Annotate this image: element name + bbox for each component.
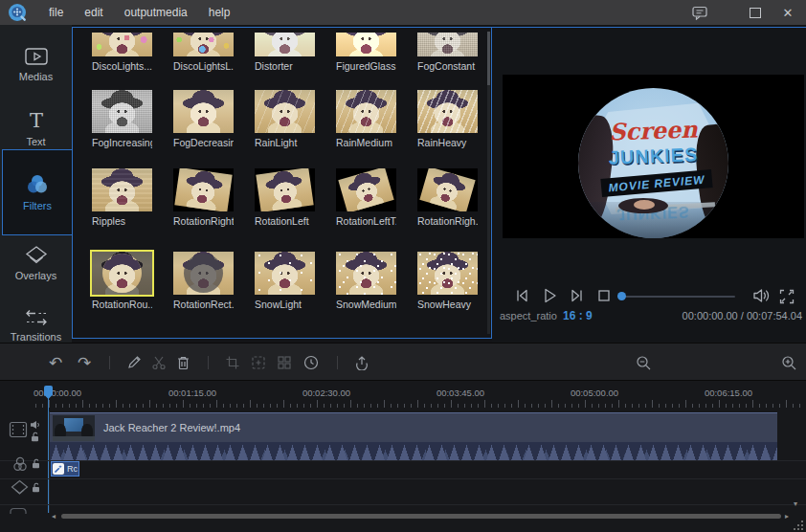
filter-item-rotationleftt[interactable]: RotationLeftT... (336, 168, 396, 227)
seek-slider[interactable] (618, 296, 735, 298)
medias-icon (0, 46, 72, 67)
filter-item-rotationrect[interactable]: RotationRect... (173, 252, 234, 310)
redo-button[interactable]: ↷ (76, 354, 93, 371)
maximize-button[interactable] (739, 0, 772, 25)
video-editor-window: file edit outputmedia help ✕ (0, 0, 806, 532)
timeline-clip-filter[interactable]: Rc (51, 461, 79, 477)
timeline-clip-video[interactable]: Jack Reacher 2 Review!.mp4 (50, 412, 777, 460)
filter-item-ripples[interactable]: Ripples (92, 168, 152, 227)
filter-clip-label: Rc (67, 464, 78, 474)
sidebar: Medias T Text Filters (0, 25, 72, 343)
filter-item-snowlight[interactable]: SnowLight (255, 252, 315, 310)
filter-item-distorter[interactable]: Distorter (255, 33, 315, 72)
window-controls: ✕ (683, 0, 806, 25)
canvas-resize-button[interactable] (250, 354, 267, 371)
toolbar: ↶ ↷ (0, 343, 806, 381)
transitions-icon (0, 308, 72, 327)
audio-waveform (50, 442, 777, 460)
undo-button[interactable]: ↶ (47, 354, 64, 371)
menu-help[interactable]: help (198, 0, 241, 25)
zoom-out-icon[interactable] (635, 354, 652, 371)
menu-outputmedia[interactable]: outputmedia (114, 0, 198, 25)
zoom-in-icon[interactable] (780, 354, 797, 371)
crop-button[interactable] (224, 354, 241, 371)
timecode: 00:00:00.00 / 00:07:54.04 (683, 310, 802, 321)
overlays-icon (0, 245, 72, 266)
filter-item-discolightsl[interactable]: DiscoLightsL... (173, 33, 234, 72)
filter-item-rotationright[interactable]: RotationRight (173, 168, 234, 227)
stop-button[interactable] (593, 284, 615, 307)
filters-panel: DiscoLights... DiscoLightsL... Distorter… (72, 27, 492, 339)
sidebar-item-medias[interactable]: Medias (0, 42, 72, 101)
resize-grip[interactable] (794, 521, 804, 531)
filter-item-fogincreasing[interactable]: FogIncreasing (92, 90, 152, 148)
close-icon: ✕ (783, 7, 794, 19)
filters-icon (3, 173, 72, 196)
text-icon: T (0, 109, 72, 132)
magic-wand-icon (53, 463, 64, 475)
play-button[interactable] (538, 284, 561, 307)
preview-panel: Screen JUNKIES MOVIE REVIEW JUNKIES (492, 27, 806, 343)
hscroll-left-icon[interactable]: ◂ (52, 513, 56, 521)
split-scissors-button[interactable] (150, 354, 168, 371)
edit-clip-button[interactable] (125, 354, 143, 371)
filter-item-figuredglass[interactable]: FiguredGlass (336, 33, 396, 72)
filter-item-rainmedium[interactable]: RainMedium (336, 90, 396, 148)
menu-file[interactable]: file (38, 0, 74, 25)
feedback-chat-icon[interactable] (683, 0, 716, 25)
previous-frame-button[interactable] (511, 284, 532, 307)
duration-clock-button[interactable] (302, 354, 320, 371)
menu-bar: file edit outputmedia help (38, 0, 240, 25)
sidebar-item-overlays[interactable]: Overlays (0, 241, 72, 300)
playback-controls (492, 284, 806, 309)
track-lock-icon-filter[interactable] (32, 458, 41, 469)
video-preview[interactable]: Screen JUNKIES MOVIE REVIEW JUNKIES (503, 75, 804, 238)
filter-item-fogconstant[interactable]: FogConstant (417, 33, 478, 72)
filter-item-rainlight[interactable]: RainLight (255, 90, 315, 148)
filters-scrollbar[interactable] (487, 32, 490, 334)
aspect-ratio-value[interactable]: 16 : 9 (563, 309, 593, 322)
titlebar: file edit outputmedia help ✕ (0, 0, 806, 26)
filter-item-rotationrigh[interactable]: RotationRigh... (417, 168, 478, 227)
filter-item-rotationround-selected[interactable]: RotationRou... (92, 252, 152, 310)
timeline: 00:00:00.00 00:01:15.00 00:02:30.00 00:0… (0, 381, 806, 532)
video-circle-filtered: Screen JUNKIES MOVIE REVIEW JUNKIES (578, 88, 728, 238)
delete-button[interactable] (174, 354, 191, 371)
brand-text-screen: Screen (578, 114, 728, 146)
filter-track-icon (11, 454, 30, 474)
filter-item-snowheavy[interactable]: SnowHeavy (417, 252, 478, 310)
preview-info-row: aspect_ratio 16 : 9 00:00:00.00 / 00:07:… (492, 309, 806, 324)
export-button[interactable] (353, 354, 370, 371)
vscroll-down-icon[interactable]: ▾ (794, 500, 797, 508)
track-lock-icon-overlay[interactable] (32, 482, 41, 493)
hscroll-right-icon[interactable]: ▸ (785, 513, 789, 521)
clip-thumbnail (53, 415, 95, 441)
sidebar-item-filters[interactable]: Filters (2, 149, 72, 235)
track-lock-icon-video[interactable] (31, 432, 40, 442)
filter-item-fogdecreasing[interactable]: FogDecreasing (173, 90, 234, 148)
volume-icon[interactable] (752, 288, 772, 303)
fullscreen-icon[interactable] (778, 288, 795, 305)
svg-text:T: T (29, 109, 42, 132)
aspect-ratio-label: aspect_ratio (500, 310, 557, 321)
seek-slider-handle[interactable] (617, 292, 626, 300)
app-logo-icon (8, 3, 27, 22)
mosaic-button[interactable] (276, 354, 293, 371)
menu-edit[interactable]: edit (74, 0, 113, 25)
filter-item-rotationleft[interactable]: RotationLeft (255, 168, 315, 227)
filter-item-discolights[interactable]: DiscoLights... (92, 33, 152, 72)
next-frame-button[interactable] (567, 284, 588, 307)
filter-item-rainheavy[interactable]: RainHeavy (417, 90, 478, 148)
overlay-track-icon (11, 479, 29, 496)
text-track-icon (9, 506, 28, 514)
track-mute-icon[interactable] (30, 420, 41, 430)
filter-item-snowmedium[interactable]: SnowMedium (336, 252, 396, 310)
clip-title: Jack Reacher 2 Review!.mp4 (103, 413, 240, 443)
horizontal-scrollbar[interactable] (61, 514, 781, 519)
video-track-icon (9, 421, 28, 438)
close-button[interactable]: ✕ (772, 0, 804, 25)
